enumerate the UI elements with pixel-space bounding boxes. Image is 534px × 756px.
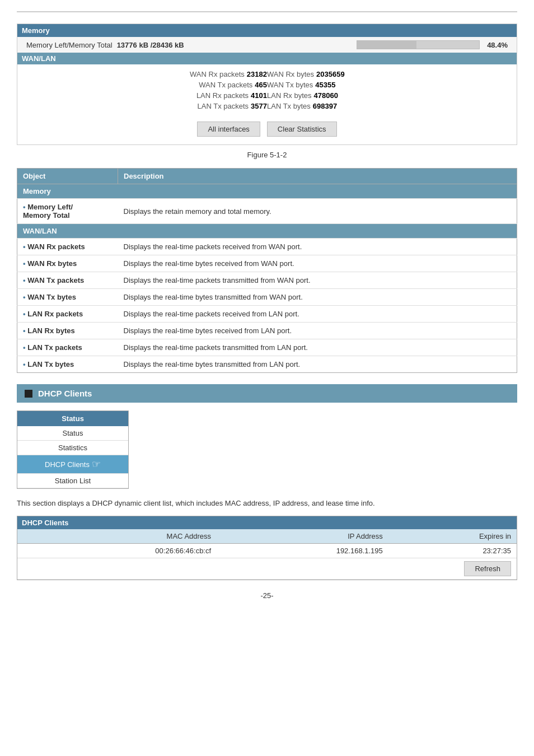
progress-bar-inner xyxy=(357,41,416,49)
table-row: • WAN Tx bytes Displays the real-time by… xyxy=(17,289,517,306)
col-ip-address: IP Address xyxy=(217,529,388,544)
obj-wan-rx-packets: • WAN Rx packets xyxy=(17,239,118,255)
desc-memory-left-total: Displays the retain memory and total mem… xyxy=(118,199,517,224)
buttons-row: All interfaces Clear Statistics xyxy=(17,116,517,144)
obj-wan-tx-packets: • WAN Tx packets xyxy=(17,272,118,289)
nav-item-dhcp-clients[interactable]: DHCP Clients ☞ xyxy=(17,455,128,474)
lan-rx-packets-label: LAN Rx packets xyxy=(196,91,249,100)
memory-label: Memory Left/Memory Total xyxy=(26,41,113,49)
wan-tx-packets-label: WAN Tx packets xyxy=(199,81,252,89)
client-ip: 192.168.1.195 xyxy=(217,543,388,558)
desc-lan-rx-bytes: Displays the real-time bytes received fr… xyxy=(118,323,517,339)
table-row: • LAN Tx bytes Displays the real-time by… xyxy=(17,356,517,373)
wan-rx-bytes-value: 2035659 xyxy=(316,70,345,78)
lan-tx-packets-value: 3577 xyxy=(251,102,267,110)
page-number: -25- xyxy=(17,591,517,600)
clear-statistics-button[interactable]: Clear Statistics xyxy=(267,122,337,137)
desc-wan-rx-bytes: Displays the real-time bytes received fr… xyxy=(118,255,517,272)
nav-item-station-list[interactable]: Station List xyxy=(17,474,128,488)
table-row: • LAN Tx packets Displays the real-time … xyxy=(17,339,517,356)
progress-bar-outer xyxy=(357,40,480,49)
stat-row-wan-tx-packets: WAN Tx packets 465 xyxy=(29,81,267,89)
desc-lan-tx-bytes: Displays the real-time bytes transmitted… xyxy=(118,356,517,373)
obj-wan-tx-bytes: • WAN Tx bytes xyxy=(17,289,118,306)
client-expires: 23:27:35 xyxy=(388,543,517,558)
dhcp-clients-panel: DHCP Clients MAC Address IP Address Expi… xyxy=(17,516,517,580)
stat-row-lan-rx-packets: LAN Rx packets 4101 xyxy=(29,91,267,100)
lan-tx-packets-label: LAN Tx packets xyxy=(198,102,249,110)
wan-lan-header: WAN/LAN xyxy=(17,53,517,64)
top-divider xyxy=(17,11,517,12)
table-row: • WAN Rx bytes Displays the real-time by… xyxy=(17,255,517,272)
table-row: • WAN Rx packets Displays the real-time … xyxy=(17,239,517,255)
wan-rx-bytes-label: WAN Rx bytes xyxy=(267,70,314,78)
obj-wan-rx-bytes: • WAN Rx bytes xyxy=(17,255,118,272)
obj-lan-tx-packets: • LAN Tx packets xyxy=(17,339,118,356)
desc-lan-tx-packets: Displays the real-time packets transmitt… xyxy=(118,339,517,356)
wan-tx-packets-value: 465 xyxy=(255,81,267,89)
memory-values: 13776 kB /28436 kB xyxy=(117,41,184,49)
desc-lan-rx-packets: Displays the real-time packets received … xyxy=(118,306,517,323)
lan-rx-packets-value: 4101 xyxy=(251,91,267,100)
client-mac: 00:26:66:46:cb:cf xyxy=(17,543,217,558)
memory-info-row: Memory Left/Memory Total 13776 kB /28436… xyxy=(17,37,517,53)
wan-tx-bytes-label: WAN Tx bytes xyxy=(267,81,313,89)
figure-caption: Figure 5-1-2 xyxy=(17,151,517,159)
stat-row-lan-tx-bytes: LAN Tx bytes 698397 xyxy=(267,102,505,110)
memory-panel: Memory Memory Left/Memory Total 13776 kB… xyxy=(17,24,517,145)
memory-percent: 48.4% xyxy=(485,41,508,49)
dhcp-section-title: DHCP Clients xyxy=(38,389,92,398)
dhcp-nav-panel: Status Status Statistics DHCP Clients ☞ … xyxy=(17,410,129,489)
square-icon xyxy=(25,390,32,398)
col-expires-in: Expires in xyxy=(388,529,517,544)
dhcp-clients-table: MAC Address IP Address Expires in 00:26:… xyxy=(17,529,517,580)
desc-wan-tx-packets: Displays the real-time packets transmitt… xyxy=(118,272,517,289)
refresh-button[interactable]: Refresh xyxy=(464,561,511,576)
dhcp-client-row: 00:26:66:46:cb:cf 192.168.1.195 23:27:35 xyxy=(17,543,517,558)
obj-lan-rx-bytes: • LAN Rx bytes xyxy=(17,323,118,339)
cursor-icon: ☞ xyxy=(92,458,101,470)
col-description-header: Description xyxy=(118,169,517,184)
nav-panel-title: Status xyxy=(17,411,128,426)
dhcp-section-header: DHCP Clients xyxy=(17,384,517,403)
table-row: • WAN Tx packets Displays the real-time … xyxy=(17,272,517,289)
desc-wan-rx-packets: Displays the real-time packets received … xyxy=(118,239,517,255)
stats-right: WAN Rx bytes 2035659 WAN Tx bytes 45355 … xyxy=(267,70,505,113)
stat-row-lan-rx-bytes: LAN Rx bytes 478060 xyxy=(267,91,505,100)
description-table: Object Description Memory • Memory Left/… xyxy=(17,168,517,373)
wan-tx-bytes-value: 45355 xyxy=(315,81,335,89)
all-interfaces-button[interactable]: All interfaces xyxy=(197,122,260,137)
memory-panel-header: Memory xyxy=(17,24,517,37)
col-object-header: Object xyxy=(17,169,118,184)
memory-section-label: Memory xyxy=(17,184,517,199)
desc-wan-tx-bytes: Displays the real-time bytes transmitted… xyxy=(118,289,517,306)
stats-section: WAN Rx packets 23182 WAN Tx packets 465 … xyxy=(17,64,517,116)
wan-rx-packets-label: WAN Rx packets xyxy=(190,70,245,78)
lan-tx-bytes-label: LAN Tx bytes xyxy=(267,102,311,110)
obj-lan-rx-packets: • LAN Rx packets xyxy=(17,306,118,323)
dhcp-refresh-row: Refresh xyxy=(17,558,517,579)
wan-lan-section-row: WAN/LAN xyxy=(17,224,517,239)
table-row: • LAN Rx packets Displays the real-time … xyxy=(17,306,517,323)
stat-row-lan-tx-packets: LAN Tx packets 3577 xyxy=(29,102,267,110)
memory-section-row: Memory xyxy=(17,184,517,199)
stats-left: WAN Rx packets 23182 WAN Tx packets 465 … xyxy=(29,70,267,113)
dhcp-panel-header: DHCP Clients xyxy=(17,516,517,529)
nav-item-statistics[interactable]: Statistics xyxy=(17,441,128,455)
wan-lan-section-label: WAN/LAN xyxy=(17,224,517,239)
wan-rx-packets-value: 23182 xyxy=(247,70,267,78)
table-row: • Memory Left/Memory Total Displays the … xyxy=(17,199,517,224)
obj-memory-left-total: • Memory Left/Memory Total xyxy=(17,199,118,224)
col-mac-address: MAC Address xyxy=(17,529,217,544)
stat-row-wan-rx-packets: WAN Rx packets 23182 xyxy=(29,70,267,78)
lan-rx-bytes-value: 478060 xyxy=(313,91,338,100)
nav-item-status[interactable]: Status xyxy=(17,426,128,441)
stat-row-wan-rx-bytes: WAN Rx bytes 2035659 xyxy=(267,70,505,78)
lan-tx-bytes-value: 698397 xyxy=(313,102,337,110)
dhcp-description: This section displays a DHCP dynamic cli… xyxy=(17,498,517,509)
stat-row-wan-tx-bytes: WAN Tx bytes 45355 xyxy=(267,81,505,89)
memory-progress-container: 48.4% xyxy=(357,40,508,49)
table-row: • LAN Rx bytes Displays the real-time by… xyxy=(17,323,517,339)
lan-rx-bytes-label: LAN Rx bytes xyxy=(267,91,311,100)
obj-lan-tx-bytes: • LAN Tx bytes xyxy=(17,356,118,373)
